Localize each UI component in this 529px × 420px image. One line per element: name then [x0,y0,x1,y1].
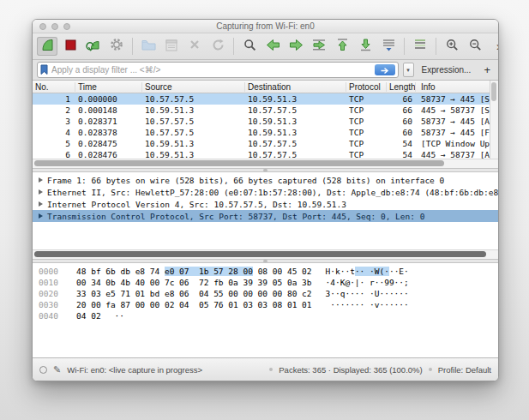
shark-fin-icon [40,38,55,56]
hex-column: 00 34 0b 4b 40 00 7c 06 72 fb 0a 39 39 0… [76,278,312,287]
close-x-icon [189,39,201,54]
find-packet-button[interactable] [239,37,260,56]
go-to-packet-button[interactable] [309,37,329,56]
column-header-time[interactable]: Time [75,82,142,92]
splitter-grip-icon [263,169,268,171]
profile-selector[interactable]: Profile: Default [438,365,491,375]
filter-bookmark-icon[interactable] [40,63,48,78]
shark-fin-restart-icon [86,38,101,56]
reload-file-button[interactable] [207,37,228,56]
close-window-button[interactable] [39,23,46,30]
gear-icon [110,38,123,55]
add-filter-button[interactable]: + [484,63,490,76]
detail-row-ethernet[interactable]: Ethernet II, Src: HewlettP_57:28:00 (e0:… [33,186,498,198]
arrow-left-icon [266,39,280,55]
minimize-window-button[interactable] [51,23,58,30]
expert-info-icon[interactable] [39,366,47,374]
ascii-column: ·· [115,311,124,321]
packet-row[interactable]: 5 0.028475 10.59.51.3 10.57.57.5 TCP 54 … [33,138,498,149]
colorize-button[interactable] [410,37,430,56]
display-filter-bar: ▾ Expression... + [33,60,498,81]
go-back-button[interactable] [262,37,283,56]
column-header-source[interactable]: Source [142,82,245,92]
zoom-window-button[interactable] [63,23,70,30]
packet-row[interactable]: 4 0.028378 10.57.57.5 10.59.51.3 TCP 60 … [33,127,498,138]
splitter-grip-icon [263,260,268,262]
apply-arrow-icon [380,63,390,78]
go-to-bottom-button[interactable] [355,37,376,56]
open-file-button[interactable] [138,37,159,56]
auto-scroll-icon [382,39,396,55]
goto-packet-icon [311,39,327,55]
hex-line[interactable]: 000048 bf 6b db e8 74 e0 07 1b 57 28 00 … [33,266,498,277]
capture-options-button[interactable] [106,37,127,56]
stop-capture-button[interactable] [60,37,81,56]
packet-details-pane: Frame 1: 66 bytes on wire (528 bits), 66… [33,172,498,249]
filter-history-dropdown[interactable]: ▾ [403,63,414,77]
close-file-button[interactable] [184,37,205,56]
detail-row-ip[interactable]: Internet Protocol Version 4, Src: 10.57.… [33,198,498,210]
zoom-out-icon [469,39,482,55]
restart-capture-button[interactable] [83,37,104,56]
hex-column: 04 02 [76,311,101,321]
expression-button[interactable]: Expression... [422,65,472,75]
arrow-top-icon [336,38,349,55]
go-forward-button[interactable] [286,37,306,56]
column-header-info[interactable]: Info [416,82,498,92]
start-capture-button[interactable] [37,37,57,56]
stop-square-icon [64,39,77,55]
hex-line[interactable]: 004004 02·· [33,310,498,321]
hex-column: 33 03 e5 71 01 bd e8 06 04 55 00 00 00 0… [76,289,312,298]
scrollbar-thumb[interactable] [34,251,486,257]
title-bar[interactable]: Capturing from Wi-Fi: en0 [33,20,498,33]
expand-triangle-icon[interactable] [39,189,43,195]
go-to-top-button[interactable] [332,37,352,56]
expand-triangle-icon[interactable] [39,177,43,183]
hex-line[interactable]: 001000 34 0b 4b 40 00 7c 06 72 fb 0a 39 … [33,277,498,288]
expand-triangle-icon[interactable] [39,201,43,207]
status-separator-dot [269,368,273,371]
column-header-destination[interactable]: Destination [245,82,346,92]
hex-line[interactable]: 003020 00 fa 87 00 00 02 04 05 76 01 03 … [33,299,498,310]
toolbar-separator [404,38,405,55]
status-bar: ✎ Wi-Fi: en0: <live capture in progress>… [33,357,498,381]
toolbar-separator [233,38,234,55]
arrow-bottom-icon [359,38,372,55]
column-header-length[interactable]: Length [387,82,416,92]
reload-icon [212,39,225,55]
hex-line[interactable]: 002033 03 e5 71 01 bd e8 06 04 55 00 00 … [33,288,498,299]
packet-list-header: No. Time Source Destination Protocol Len… [33,81,498,93]
hex-column: 48 bf 6b db e8 74 e0 07 1b 57 28 00 08 0… [76,267,312,276]
column-header-no[interactable]: No. [33,82,75,92]
packet-row[interactable]: 3 0.028371 10.57.57.5 10.59.51.3 TCP 60 … [33,116,498,127]
packet-row[interactable]: 1 0.000000 10.57.57.5 10.59.51.3 TCP 66 … [33,93,498,105]
column-header-protocol[interactable]: Protocol [346,82,387,92]
packet-row[interactable]: 2 0.000148 10.59.51.3 10.57.57.5 TCP 66 … [33,105,498,116]
traffic-lights [39,23,70,30]
apply-filter-button[interactable] [375,64,395,75]
zoom-in-button[interactable] [442,37,462,56]
details-horizontal-scrollbar[interactable] [33,249,498,259]
capture-interface-status: Wi-Fi: en0: <live capture in progress> [67,365,202,375]
packet-counts: Packets: 365 · Displayed: 365 (100.0%) [279,365,422,375]
colorize-icon [413,39,427,54]
expand-triangle-icon[interactable] [39,213,43,219]
detail-row-frame[interactable]: Frame 1: 66 bytes on wire (528 bits), 66… [33,174,498,186]
zoom-out-button[interactable] [465,37,485,56]
save-note-icon [165,39,177,55]
scrollbar-thumb[interactable] [491,82,496,101]
detail-row-tcp[interactable]: Transmission Control Protocol, Src Port:… [33,210,498,222]
status-separator-dot [429,368,432,371]
packet-list-horizontal-scrollbar[interactable] [33,159,498,168]
ascii-column: H·k··t·· ·W(···E· [326,267,409,276]
auto-scroll-button[interactable] [378,37,399,56]
toolbar-overflow-button[interactable]: » [490,37,499,56]
save-file-button[interactable] [161,37,182,56]
zoom-in-icon [446,39,459,55]
packet-list-vertical-scrollbar[interactable] [490,81,498,159]
capture-comment-pencil-icon[interactable]: ✎ [53,365,61,375]
scrollbar-thumb[interactable] [34,160,444,166]
ascii-column: 3··q···· ·U······ [326,289,409,298]
toolbar-separator [436,38,436,55]
display-filter-input[interactable] [51,65,371,75]
